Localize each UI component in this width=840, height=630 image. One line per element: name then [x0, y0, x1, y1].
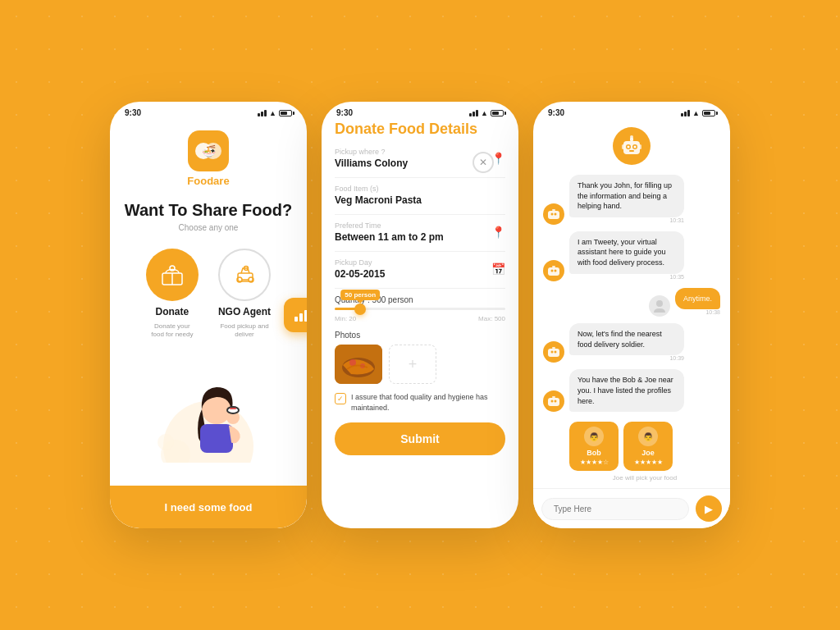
svg-rect-49 [548, 398, 559, 406]
phones-container: 9:30 ▲ 🍜 [110, 102, 730, 528]
submit-button[interactable]: Submit [335, 422, 505, 455]
svg-rect-39 [552, 209, 555, 211]
illustration-svg [110, 348, 307, 463]
phone-2: 9:30 ▲ Donate Food Details ✕ Picku [322, 102, 518, 528]
share-subheading: Choose any one [179, 223, 239, 232]
photo-add-button[interactable]: + [389, 345, 436, 384]
field-label-time: Prefered Time [335, 221, 505, 230]
phone-3: 9:30 ▲ [533, 102, 730, 528]
calendar-icon: 📅 [491, 262, 505, 276]
field-label-day: Pickup Day [335, 258, 505, 267]
slider-thumb[interactable] [354, 304, 366, 315]
chat-input[interactable] [541, 498, 689, 520]
agent-bob[interactable]: 👨 Bob ★★★★☆ [569, 422, 619, 471]
bot-avatar-2 [543, 260, 564, 281]
slider-min: Min: 20 [335, 315, 356, 322]
option-donate[interactable]: Donate Donate your food for needy [146, 249, 199, 340]
svg-rect-14 [200, 424, 233, 453]
battery-fill-1 [281, 112, 287, 115]
chat-bubble-5: You have the Bob & Joe near you. I have … [569, 369, 684, 412]
donate-label: Donate [156, 306, 189, 317]
msg-col-5: You have the Bob & Joe near you. I have … [569, 369, 684, 412]
svg-rect-48 [552, 347, 555, 349]
field-label-pickup: Pickup where ? [335, 148, 505, 156]
time-2: 9:30 [336, 108, 353, 117]
joe-pick-text: Joe will pick your food [569, 474, 720, 482]
svg-rect-20 [299, 313, 303, 322]
svg-rect-36 [548, 211, 559, 219]
svg-point-46 [551, 351, 554, 354]
send-button[interactable]: ▶ [696, 495, 722, 522]
photo-image [335, 345, 382, 384]
field-value-food: Veg Macroni Pasta [335, 194, 505, 206]
field-pickup: Pickup where ? Villiams Colony 📍 [335, 148, 505, 169]
quantity-section: Quantity : 500 person 50 person Min: 20 … [335, 295, 505, 322]
chat-message-3: Anytime. 10:38 [543, 288, 720, 317]
photos-label: Photos [335, 331, 505, 340]
divider-3 [335, 251, 505, 252]
assurance-checkbox[interactable]: ✓ [335, 393, 346, 404]
status-bar-1: 9:30 ▲ [110, 102, 307, 121]
joe-stars: ★★★★★ [634, 459, 663, 466]
chat-time-2: 10:35 [669, 274, 684, 280]
chat-bubble-3: Anytime. [675, 288, 720, 310]
svg-point-30 [634, 146, 637, 148]
submit-label: Submit [400, 432, 439, 445]
signal-bar-2 [261, 112, 263, 116]
svg-point-41 [551, 269, 554, 272]
status-icons-3: ▲ [681, 109, 715, 117]
donate-sublabel: Donate your food for needy [148, 322, 197, 340]
stats-button[interactable] [284, 298, 307, 332]
signal-2 [469, 110, 478, 116]
ngo-label: NGO Agent [218, 306, 271, 317]
slider-container[interactable]: 50 person Min: 20 Max: 500 [335, 308, 505, 322]
svg-point-47 [555, 351, 557, 354]
time-1: 9:30 [125, 108, 141, 117]
bot-avatar-5 [543, 390, 564, 412]
battery-icon-1 [279, 110, 292, 116]
chat-message-5: You have the Bob & Joe near you. I have … [543, 369, 720, 412]
status-icons-2: ▲ [469, 109, 504, 117]
wifi-icon-2: ▲ [481, 109, 488, 117]
slider-track [335, 308, 505, 310]
divider-2 [335, 214, 505, 215]
svg-point-51 [555, 400, 557, 403]
msg-col-3: Anytime. 10:38 [675, 288, 720, 317]
signal-1 [258, 110, 267, 116]
field-time: Prefered Time Between 11 am to 2 pm 📍 [335, 221, 505, 243]
field-day: Pickup Day 02-05-2015 📅 [335, 258, 505, 280]
agent-joe[interactable]: 👨 Joe ★★★★★ [623, 422, 673, 471]
wifi-icon-3: ▲ [692, 109, 700, 117]
joe-name: Joe [641, 449, 655, 457]
signal-bar-1 [258, 113, 260, 116]
option-ngo[interactable]: NGO Agent Food pickup and deliver [218, 249, 271, 340]
svg-point-37 [551, 212, 554, 215]
svg-rect-45 [548, 349, 559, 357]
ngo-sublabel: Food pickup and deliver [220, 322, 269, 340]
chat-area: Thank you John, for filling up the infor… [533, 121, 730, 488]
msg-col-4: Now, let's find the nearest food deliver… [569, 323, 684, 363]
phone3-content: Thank you John, for filling up the infor… [533, 121, 730, 528]
svg-rect-19 [294, 317, 298, 322]
svg-point-38 [555, 212, 557, 215]
battery-icon-3 [702, 110, 715, 116]
bot-avatar-1 [543, 203, 564, 225]
field-food: Food Item (s) Veg Macroni Pasta [335, 185, 505, 206]
photo-thumbnail [335, 345, 382, 384]
photos-row: + [335, 345, 505, 384]
photos-section: Photos [335, 331, 505, 384]
bottom-banner[interactable]: I need some food [110, 486, 307, 528]
joe-avatar: 👨 [638, 427, 658, 446]
chat-input-area: ▶ [533, 488, 730, 528]
chat-bubble-2: I am Tweety, your virtual assistant here… [569, 231, 684, 274]
svg-rect-43 [552, 266, 555, 267]
svg-rect-34 [622, 144, 624, 149]
field-value-day: 02-05-2015 [335, 268, 505, 280]
phone-1: 9:30 ▲ 🍜 [110, 102, 307, 528]
user-avatar-1 [649, 295, 670, 317]
donate-circle [146, 249, 199, 301]
robot-avatar-area [543, 127, 720, 165]
svg-point-33 [630, 135, 633, 139]
logo-area: 🍜 Foodare [187, 130, 229, 187]
divider-4 [335, 288, 505, 289]
